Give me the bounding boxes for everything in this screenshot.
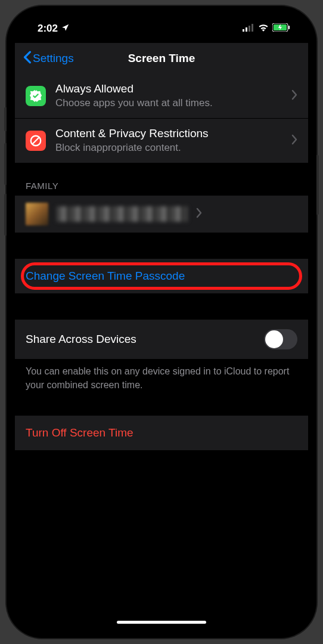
- content-privacy-icon: [26, 131, 46, 151]
- family-member-row[interactable]: [15, 196, 308, 233]
- status-time: 2:02: [38, 23, 58, 35]
- chevron-right-icon: [196, 206, 202, 222]
- svg-rect-2: [249, 26, 250, 32]
- wifi-icon: [258, 23, 269, 35]
- always-allowed-row[interactable]: Always Allowed Choose apps you want at a…: [15, 74, 308, 119]
- share-across-footer: You can enable this on any device signed…: [15, 359, 308, 392]
- always-allowed-title: Always Allowed: [55, 82, 282, 95]
- page-title: Screen Time: [128, 52, 195, 65]
- family-member-name-redacted: [57, 206, 188, 222]
- share-across-toggle[interactable]: [264, 329, 297, 349]
- notch: [102, 14, 221, 32]
- home-indicator[interactable]: [117, 621, 206, 624]
- content-area: Always Allowed Choose apps you want at a…: [15, 74, 308, 450]
- volume-up-button: [4, 143, 7, 185]
- turn-off-row[interactable]: Turn Off Screen Time: [15, 416, 308, 450]
- content-privacy-sub: Block inappropriate content.: [55, 141, 282, 154]
- svg-line-8: [33, 138, 39, 144]
- location-icon: [61, 23, 70, 35]
- content-privacy-row[interactable]: Content & Privacy Restrictions Block ina…: [15, 119, 308, 163]
- turn-off-label: Turn Off Screen Time: [26, 426, 297, 439]
- svg-rect-3: [251, 24, 253, 32]
- content-privacy-title: Content & Privacy Restrictions: [55, 127, 282, 140]
- screen: 2:02 Set: [15, 14, 308, 630]
- toggle-knob: [265, 330, 283, 348]
- back-label: Settings: [33, 52, 74, 65]
- share-across-label: Share Across Devices: [26, 333, 136, 346]
- volume-down-button: [4, 194, 7, 236]
- settings-group-1: Always Allowed Choose apps you want at a…: [15, 74, 308, 163]
- nav-header: Settings Screen Time: [15, 43, 308, 74]
- share-across-devices-row: Share Across Devices: [15, 320, 308, 359]
- family-section-header: FAMILY: [15, 163, 308, 196]
- chevron-left-icon: [23, 51, 32, 67]
- back-button[interactable]: Settings: [23, 51, 74, 67]
- phone-frame: 2:02 Set: [7, 6, 316, 638]
- change-passcode-label: Change Screen Time Passcode: [26, 270, 297, 283]
- svg-rect-1: [246, 27, 247, 32]
- power-button: [316, 155, 319, 215]
- mute-switch: [4, 107, 7, 131]
- chevron-right-icon: [291, 133, 297, 148]
- svg-rect-6: [288, 26, 290, 29]
- always-allowed-icon: [26, 86, 46, 106]
- battery-icon: [272, 23, 290, 35]
- always-allowed-sub: Choose apps you want at all times.: [55, 97, 282, 110]
- family-avatar: [26, 203, 48, 225]
- change-passcode-row[interactable]: Change Screen Time Passcode: [15, 259, 308, 293]
- svg-rect-0: [243, 29, 244, 32]
- cellular-signal-icon: [243, 23, 254, 35]
- chevron-right-icon: [291, 88, 297, 104]
